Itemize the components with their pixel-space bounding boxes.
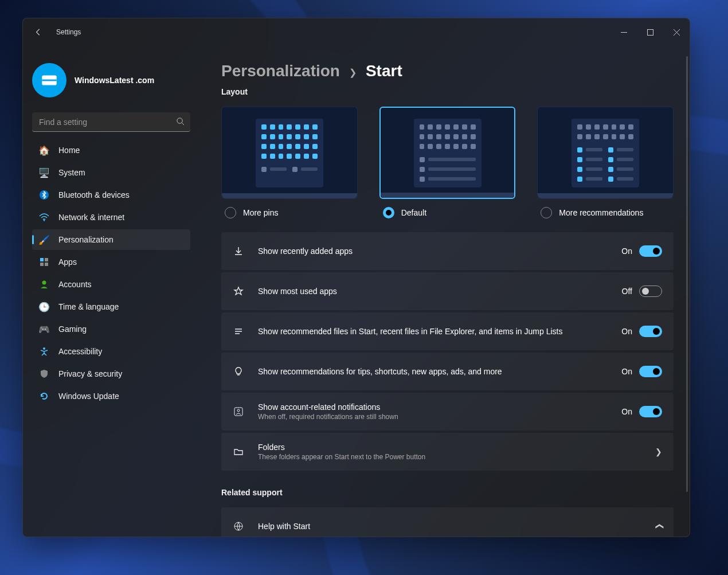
bluetooth-icon <box>39 190 49 200</box>
svg-point-13 <box>237 409 240 412</box>
nav-label: Accounts <box>58 280 92 289</box>
toggle-state: Off <box>622 287 632 296</box>
lightbulb-icon <box>233 366 244 377</box>
chevron-right-icon: ❯ <box>655 447 662 456</box>
person-icon <box>39 279 49 290</box>
breadcrumb: Personalization ❯ Start <box>221 62 674 80</box>
folder-icon <box>233 446 244 457</box>
layout-default-thumb <box>379 107 516 199</box>
update-icon <box>39 391 49 401</box>
toggle-state: On <box>621 367 632 376</box>
nav-label: Privacy & security <box>58 369 122 378</box>
nav-network[interactable]: Network & internet <box>32 207 190 228</box>
toggle[interactable] <box>639 406 662 417</box>
window-title: Settings <box>56 28 81 36</box>
setting-subtitle: When off, required notifications are sti… <box>258 413 608 421</box>
related-heading: Related support <box>221 488 674 497</box>
nav-personalization[interactable]: 🖌️Personalization <box>32 229 190 250</box>
toggle[interactable] <box>639 245 662 257</box>
search-icon[interactable] <box>176 117 185 128</box>
titlebar: Settings <box>23 18 690 46</box>
layout-label: Default <box>401 208 426 217</box>
wifi-icon <box>39 212 49 222</box>
nav-label: Time & language <box>58 302 119 311</box>
main-content: Personalization ❯ Start Layout <box>199 46 690 537</box>
setting-most-used: Show most used apps Off <box>221 272 674 310</box>
layout-more-pins[interactable]: More pins <box>221 107 358 226</box>
accessibility-icon <box>39 346 49 357</box>
toggle[interactable] <box>639 366 662 377</box>
setting-tips: Show recommendations for tips, shortcuts… <box>221 353 674 390</box>
layout-label: More pins <box>243 208 278 217</box>
layout-default[interactable]: Default <box>379 107 516 226</box>
system-icon: 🖥️ <box>39 167 49 178</box>
nav-apps[interactable]: Apps <box>32 252 190 272</box>
nav-label: Accessibility <box>58 347 102 356</box>
nav-privacy[interactable]: Privacy & security <box>32 363 190 384</box>
svg-rect-2 <box>42 80 57 81</box>
minimize-button[interactable] <box>610 23 637 41</box>
nav-label: Personalization <box>58 235 113 244</box>
back-button[interactable] <box>33 27 44 37</box>
profile[interactable]: WindowsLatest .com <box>32 52 190 112</box>
toggle[interactable] <box>639 326 662 337</box>
svg-rect-8 <box>40 263 44 266</box>
list-icon <box>233 326 244 337</box>
setting-title: Folders <box>258 443 641 452</box>
globe-icon <box>233 521 244 532</box>
nav-update[interactable]: Windows Update <box>32 386 190 406</box>
svg-rect-0 <box>647 29 653 35</box>
breadcrumb-parent[interactable]: Personalization <box>221 62 340 80</box>
nav-gaming[interactable]: 🎮Gaming <box>32 319 190 339</box>
setting-title: Show account-related notifications <box>258 402 608 412</box>
layout-more-recommendations[interactable]: More recommendations <box>537 107 674 226</box>
clock-icon: 🕒 <box>39 302 49 312</box>
setting-recommended-files: Show recommended files in Start, recent … <box>221 312 674 350</box>
shield-icon <box>39 369 49 379</box>
toggle-state: On <box>621 407 632 416</box>
search-input[interactable] <box>32 112 190 132</box>
nav-label: Home <box>58 146 80 155</box>
nav-home[interactable]: 🏠Home <box>32 140 190 161</box>
setting-folders[interactable]: FoldersThese folders appear on Start nex… <box>221 433 674 471</box>
layout-more-pins-thumb <box>221 107 358 199</box>
download-icon <box>233 245 244 257</box>
nav-accessibility[interactable]: Accessibility <box>32 341 190 362</box>
nav-time[interactable]: 🕒Time & language <box>32 296 190 317</box>
help-with-start[interactable]: Help with Start ❯ <box>221 507 674 537</box>
home-icon: 🏠 <box>39 145 49 155</box>
sidebar: WindowsLatest .com 🏠Home 🖥️System Blueto… <box>23 46 199 537</box>
setting-title: Show recently added apps <box>258 247 608 256</box>
setting-recently-added: Show recently added apps On <box>221 232 674 270</box>
breadcrumb-current: Start <box>366 62 402 80</box>
close-button[interactable] <box>663 23 690 41</box>
nav-label: Bluetooth & devices <box>58 190 130 200</box>
chevron-up-icon: ❯ <box>654 523 663 530</box>
radio-icon <box>225 207 236 218</box>
gamepad-icon: 🎮 <box>39 324 49 334</box>
layout-label: More recommendations <box>559 208 643 217</box>
setting-subtitle: These folders appear on Start next to th… <box>258 453 641 461</box>
layout-more-recs-thumb <box>537 107 674 199</box>
nav-bluetooth[interactable]: Bluetooth & devices <box>32 185 190 205</box>
nav-label: System <box>58 168 85 177</box>
svg-point-5 <box>44 220 45 221</box>
nav-accounts[interactable]: Accounts <box>32 274 190 295</box>
svg-point-3 <box>177 118 182 123</box>
scrollbar[interactable] <box>686 56 688 492</box>
toggle-state: On <box>621 247 632 256</box>
avatar <box>32 63 66 97</box>
toggle[interactable] <box>639 285 662 297</box>
brush-icon: 🖌️ <box>39 234 49 245</box>
nav-system[interactable]: 🖥️System <box>32 162 190 183</box>
setting-title: Show recommendations for tips, shortcuts… <box>258 367 608 376</box>
setting-title: Show recommended files in Start, recent … <box>258 327 608 336</box>
apps-icon <box>39 257 49 267</box>
svg-rect-9 <box>45 263 48 266</box>
layout-heading: Layout <box>221 87 674 96</box>
nav-label: Network & internet <box>58 213 124 222</box>
nav-label: Windows Update <box>58 392 119 401</box>
chevron-right-icon: ❯ <box>349 67 357 78</box>
profile-name: WindowsLatest .com <box>75 76 154 85</box>
maximize-button[interactable] <box>637 23 663 41</box>
